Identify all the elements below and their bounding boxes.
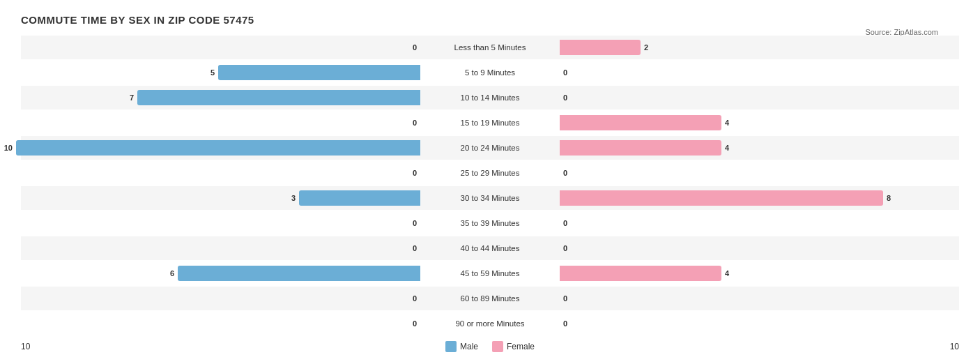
male-value: 0 <box>413 244 417 252</box>
female-value: 4 <box>725 119 729 127</box>
female-value: 0 <box>563 244 567 252</box>
female-section: 4 <box>560 136 959 160</box>
row-label: 35 to 39 Minutes <box>420 219 560 227</box>
female-value: 4 <box>725 269 729 278</box>
female-section: 0 <box>560 161 959 185</box>
female-section: 0 <box>560 312 959 335</box>
chart-title: COMMUTE TIME BY SEX IN ZIP CODE 57475 <box>21 14 959 26</box>
male-section: 5 <box>21 61 420 84</box>
male-section: 0 <box>21 111 420 135</box>
row-label: 40 to 44 Minutes <box>420 244 560 252</box>
chart-row: 1020 to 24 Minutes4 <box>21 136 959 160</box>
male-color-box <box>445 341 457 352</box>
row-label: 25 to 29 Minutes <box>420 169 560 177</box>
male-section: 0 <box>21 287 420 310</box>
chart-row: 090 or more Minutes0 <box>21 312 959 335</box>
female-value: 4 <box>725 144 729 152</box>
male-section: 6 <box>21 261 420 285</box>
row-label: 30 to 34 Minutes <box>420 194 560 202</box>
female-value: 0 <box>563 68 567 77</box>
male-value: 0 <box>413 219 417 227</box>
male-section: 0 <box>21 211 420 235</box>
male-value: 0 <box>413 294 417 303</box>
male-value: 0 <box>413 169 417 177</box>
male-section: 0 <box>21 161 420 185</box>
male-value: 6 <box>170 269 174 278</box>
female-value: 0 <box>563 219 567 227</box>
row-label: 5 to 9 Minutes <box>420 68 560 77</box>
legend-male: Male <box>445 341 478 352</box>
legend: Male Female <box>423 341 557 352</box>
row-label: 90 or more Minutes <box>420 319 560 328</box>
female-value: 2 <box>644 43 648 52</box>
chart-row: 025 to 29 Minutes0 <box>21 161 959 185</box>
row-label: Less than 5 Minutes <box>420 43 560 52</box>
female-section: 4 <box>560 261 959 285</box>
female-section: 2 <box>560 36 959 59</box>
female-value: 0 <box>563 319 567 328</box>
row-label: 15 to 19 Minutes <box>420 119 560 127</box>
male-section: 3 <box>21 186 420 210</box>
axis-right-label: 10 <box>950 342 959 351</box>
chart-area: 0Less than 5 Minutes255 to 9 Minutes0710… <box>21 36 959 352</box>
male-section: 0 <box>21 36 420 59</box>
male-value: 7 <box>130 93 134 102</box>
chart-row: 015 to 19 Minutes4 <box>21 111 959 135</box>
male-value: 10 <box>4 144 13 152</box>
male-value: 0 <box>413 43 417 52</box>
female-value: 0 <box>563 93 567 102</box>
female-color-box <box>492 341 503 352</box>
male-section: 7 <box>21 86 420 109</box>
male-value: 0 <box>413 319 417 328</box>
chart-row: 55 to 9 Minutes0 <box>21 61 959 84</box>
legend-female: Female <box>492 341 535 352</box>
female-value: 8 <box>887 194 891 202</box>
female-section: 8 <box>560 186 959 210</box>
female-section: 4 <box>560 111 959 135</box>
female-value: 0 <box>563 294 567 303</box>
female-section: 0 <box>560 236 959 260</box>
male-value: 0 <box>413 119 417 127</box>
chart-row: 0Less than 5 Minutes2 <box>21 36 959 59</box>
chart-row: 040 to 44 Minutes0 <box>21 236 959 260</box>
row-label: 10 to 14 Minutes <box>420 93 560 102</box>
axis-left-label: 10 <box>21 342 30 351</box>
male-label: Male <box>460 342 478 351</box>
male-value: 3 <box>291 194 296 202</box>
axis-bottom: 10 Male Female 10 <box>21 341 959 352</box>
male-section: 0 <box>21 312 420 335</box>
chart-row: 710 to 14 Minutes0 <box>21 86 959 109</box>
chart-row: 035 to 39 Minutes0 <box>21 211 959 235</box>
male-section: 0 <box>21 236 420 260</box>
female-section: 0 <box>560 86 959 109</box>
female-section: 0 <box>560 211 959 235</box>
female-label: Female <box>507 342 535 351</box>
male-section: 10 <box>21 136 420 160</box>
row-label: 20 to 24 Minutes <box>420 144 560 152</box>
female-section: 0 <box>560 287 959 310</box>
female-value: 0 <box>563 169 567 177</box>
chart-row: 060 to 89 Minutes0 <box>21 287 959 310</box>
male-value: 5 <box>210 68 215 77</box>
chart-row: 330 to 34 Minutes8 <box>21 186 959 210</box>
chart-row: 645 to 59 Minutes4 <box>21 261 959 285</box>
row-label: 60 to 89 Minutes <box>420 294 560 303</box>
female-section: 0 <box>560 61 959 84</box>
row-label: 45 to 59 Minutes <box>420 269 560 278</box>
